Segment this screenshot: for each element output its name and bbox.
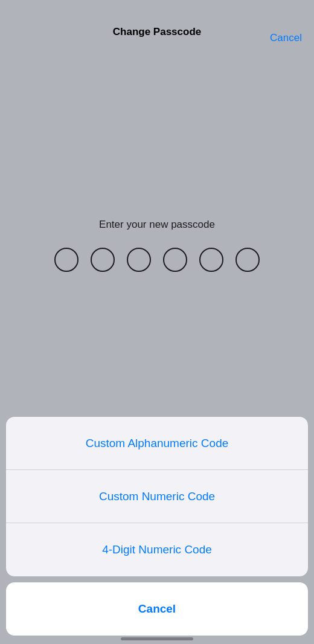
nav-bar: Change Passcode Cancel	[0, 0, 314, 51]
action-sheet-options: Custom Alphanumeric Code Custom Numeric …	[6, 417, 308, 576]
passcode-dot-2	[91, 248, 115, 272]
passcode-prompt: Enter your new passcode	[99, 219, 215, 231]
passcode-dot-5	[199, 248, 223, 272]
action-sheet-item-4digit[interactable]: 4-Digit Numeric Code	[6, 523, 308, 576]
passcode-dot-4	[163, 248, 187, 272]
home-indicator	[121, 637, 193, 640]
action-sheet-item-alphanumeric[interactable]: Custom Alphanumeric Code	[6, 417, 308, 470]
passcode-dot-1	[54, 248, 78, 272]
page-title: Change Passcode	[113, 26, 201, 38]
nav-cancel-button[interactable]: Cancel	[270, 20, 302, 44]
action-sheet-container: Custom Alphanumeric Code Custom Numeric …	[0, 417, 314, 644]
action-sheet-cancel-container: Cancel	[6, 582, 308, 636]
passcode-dot-3	[127, 248, 151, 272]
main-content: Enter your new passcode	[0, 51, 314, 439]
action-sheet-cancel-button[interactable]: Cancel	[6, 582, 308, 636]
passcode-dot-6	[236, 248, 260, 272]
action-sheet-item-numeric[interactable]: Custom Numeric Code	[6, 470, 308, 523]
passcode-dots	[54, 248, 260, 272]
